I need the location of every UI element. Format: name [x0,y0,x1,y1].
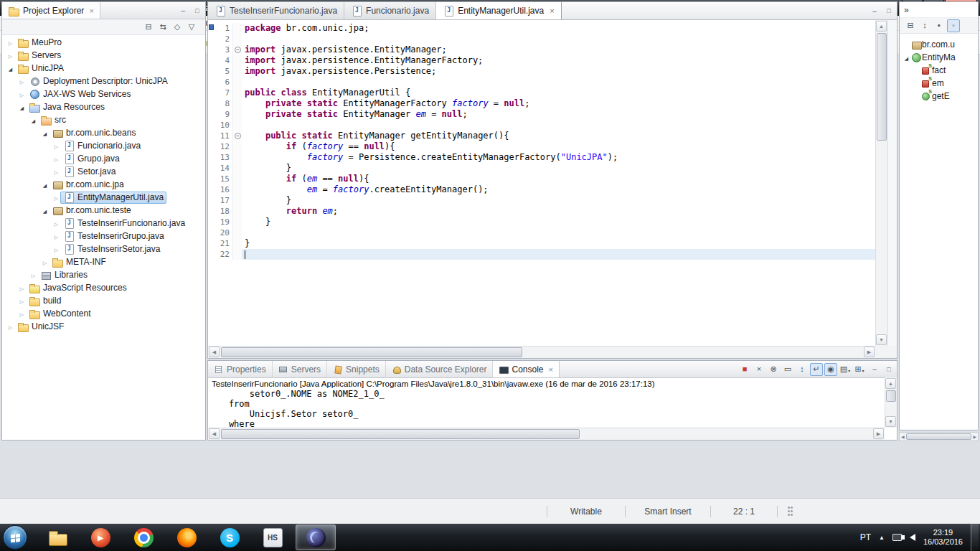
tree-item-jax-ws-web-services[interactable]: JAX-WS Web Services [2,88,205,100]
console-clear-button[interactable]: ▭ [781,363,794,376]
code-line-18[interactable]: 18 return em; [208,206,875,217]
tree-item-build[interactable]: build [2,294,205,307]
outline-hide-static-button[interactable]: ◦ [947,19,960,32]
tree-item-webcontent[interactable]: WebContent [2,307,205,320]
outline-hide-fields-button[interactable]: ▪ [933,19,946,32]
collapse-arrow-icon[interactable] [903,53,910,62]
console-scroll-lock-button[interactable]: ↕ [796,363,809,376]
taskbar-app-firefox[interactable] [166,524,207,550]
code-line-3[interactable]: 3import javax.persistence.EntityManager; [208,44,875,55]
code-line-17[interactable]: 17 } [208,195,875,206]
start-button[interactable] [3,525,27,550]
close-view-icon[interactable] [549,365,553,374]
expand-arrow-icon[interactable] [6,51,14,60]
expand-arrow-icon[interactable] [52,154,60,163]
outline-tree[interactable]: br.com.uEntityMafactemgetE [900,34,978,103]
scrollbar-thumb[interactable] [906,433,972,440]
maximize-console-button[interactable] [882,363,895,376]
expand-arrow-icon[interactable] [6,322,14,331]
scroll-right-icon[interactable]: ▶ [873,428,884,439]
collapse-arrow-icon[interactable] [41,206,49,215]
expand-arrow-icon[interactable] [18,283,26,292]
console-remove-all-launches-button[interactable]: ⊗ [767,363,780,376]
scroll-right-icon[interactable]: ▶ [973,434,976,439]
tree-item-entitymanagerutil-java[interactable]: EntityManagerUtil.java [2,191,205,204]
scroll-down-icon[interactable]: ▼ [885,416,896,427]
scrollbar-thumb[interactable] [877,33,887,141]
close-view-icon[interactable] [89,6,93,15]
code-line-21[interactable]: 21} [208,238,875,249]
console-open-button[interactable]: ⊞ [853,363,866,376]
link-with-editor-button[interactable]: ⇆ [156,21,169,34]
editor-tab-testeinserirfuncionario-java[interactable]: TesteInserirFuncionario.java [208,2,344,19]
code-line-9[interactable]: 9 private static EntityManager em = null… [208,109,875,120]
language-indicator[interactable]: PT [860,532,871,542]
tab-snippets[interactable]: Snippets [327,361,386,377]
scroll-left-icon[interactable]: ◀ [901,434,905,439]
collapse-fold-icon[interactable] [235,47,241,53]
taskbar-app-windows-explorer[interactable] [37,524,77,550]
code-line-7[interactable]: 7public class EntityManagerUtil { [208,88,875,98]
expand-arrow-icon[interactable] [41,258,49,266]
expand-arrow-icon[interactable] [52,245,60,253]
scrollbar-thumb[interactable] [221,429,580,439]
collapse-arrow-icon[interactable] [29,116,37,124]
tree-item-br-com-unic-beans[interactable]: br.com.unic.beans [2,126,205,139]
code-line-10[interactable]: 10 [208,120,875,131]
code-line-11[interactable]: 11 public static EntityManager getEntity… [208,131,875,141]
tree-item-testeinserirfuncionario-java[interactable]: TesteInserirFuncionario.java [2,217,205,230]
expand-arrow-icon[interactable] [18,90,26,98]
outline-item-fact[interactable]: fact [900,64,978,77]
tree-item-libraries[interactable]: Libraries [2,268,205,281]
console-horizontal-scrollbar[interactable]: ◀ ▶ [208,428,885,440]
maximize-view-button[interactable] [191,4,204,17]
code-line-16[interactable]: 16 em = factory.createEntityManager(); [208,184,875,195]
code-line-22[interactable]: 22 [208,249,875,260]
tree-item-unicjsf[interactable]: UnicJSF [2,320,205,333]
outline-item-entityma[interactable]: EntityMa [900,51,978,64]
maximize-editor-button[interactable] [882,4,895,17]
minimize-editor-button[interactable] [868,4,881,17]
expand-arrow-icon[interactable] [52,141,60,150]
code-line-2[interactable]: 2 [208,34,875,44]
taskbar-app-heidisql[interactable]: HS [253,524,293,550]
tab-servers[interactable]: Servers [273,361,327,377]
editor-tab-entitymanagerutil-java[interactable]: EntityManagerUtil.java [436,2,562,19]
outline-item-em[interactable]: em [900,77,978,90]
tree-item-funcionario-java[interactable]: Funcionario.java [2,139,205,152]
tray-expand-icon[interactable]: ▲ [879,534,885,541]
scrollbar-thumb[interactable] [221,347,522,357]
expand-arrow-icon[interactable] [52,167,60,176]
console-output[interactable]: setor0_.NOME as NOME2_1_0_ from Unicjsf.… [208,389,885,428]
tree-item-br-com-unic-jpa[interactable]: br.com.unic.jpa [2,178,205,191]
minimize-view-button[interactable] [176,4,189,17]
collapse-arrow-icon[interactable] [41,180,49,189]
code-line-8[interactable]: 8 private static EntityManagerFactory fa… [208,98,875,109]
tree-item-meupro[interactable]: MeuPro [2,36,205,49]
project-tree[interactable]: MeuProServersUnicJPADeployment Descripto… [2,36,205,440]
code-line-13[interactable]: 13 factory = Persistence.createEntityMan… [208,152,875,163]
view-menu-button[interactable]: ▽ [185,21,198,34]
scroll-left-icon[interactable]: ◀ [209,428,220,439]
minimize-console-button[interactable] [868,363,881,376]
tab-console[interactable]: Console [493,361,559,377]
editor-horizontal-scrollbar[interactable]: ◀ ▶ [208,346,875,358]
code-line-4[interactable]: 4import javax.persistence.EntityManagerF… [208,55,875,66]
tree-item-meta-inf[interactable]: META-INF [2,255,205,268]
taskbar-app-skype[interactable]: S [209,524,250,550]
taskbar-app-eclipse[interactable] [296,524,336,550]
console-word-wrap-button[interactable]: ↵ [810,363,823,376]
expand-arrow-icon[interactable] [52,193,60,202]
close-tab-icon[interactable] [550,6,554,15]
collapse-arrow-icon[interactable] [41,128,49,137]
tree-item-setor-java[interactable]: Setor.java [2,165,205,178]
project-explorer-tab[interactable]: Project Explorer [2,2,100,19]
code-editor[interactable]: 1package br.com.unic.jpa;23import javax.… [208,20,875,346]
expand-arrow-icon[interactable] [52,219,60,227]
collapse-all-button[interactable]: ⊟ [142,21,155,34]
outline-collapse-all-button[interactable]: ⊟ [904,19,917,32]
volume-tray-icon[interactable] [910,534,915,541]
console-pin-button[interactable]: ◉ [824,363,837,376]
code-line-12[interactable]: 12 if (factory == null){ [208,141,875,152]
tree-item-deployment-descriptor-unicjpa[interactable]: Deployment Descriptor: UnicJPA [2,75,205,88]
